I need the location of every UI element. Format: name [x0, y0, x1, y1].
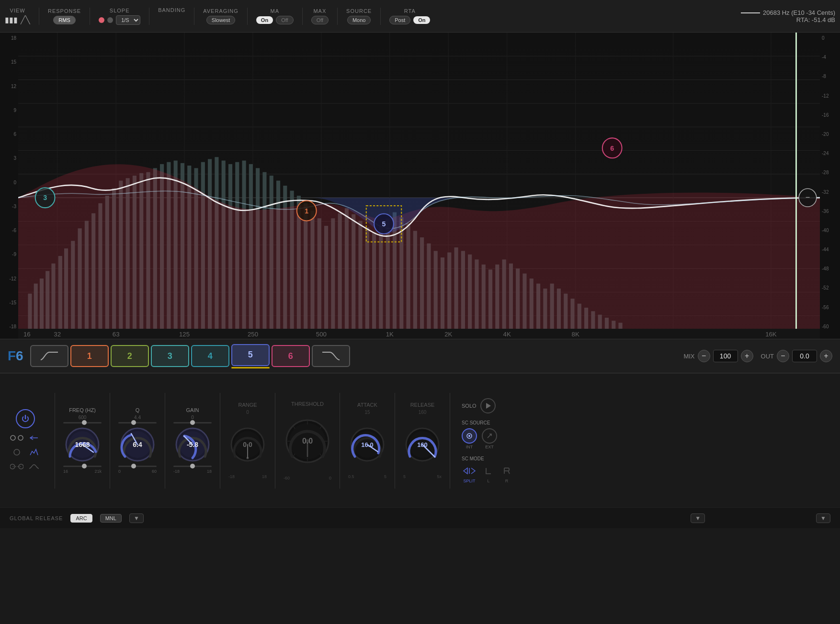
band5-button[interactable]: 5: [231, 344, 270, 366]
hf-shelf-button[interactable]: [312, 345, 350, 367]
out-minus-button[interactable]: −: [777, 350, 789, 362]
band2-button[interactable]: 2: [111, 345, 149, 367]
rta-section-label: RTA: [404, 8, 416, 14]
sc-ext-label: EXT: [485, 445, 494, 449]
link-icon[interactable]: [27, 432, 41, 444]
q-slider-thumb-2[interactable]: [131, 464, 136, 468]
sc-int-button[interactable]: INT: [462, 428, 477, 449]
rta-db: RTA: -51.4 dB: [738, 16, 835, 23]
freq-label: FREQ (Hz): [69, 407, 96, 413]
band1-button[interactable]: 1: [70, 345, 109, 367]
q-slider-track-2[interactable]: [118, 466, 157, 467]
view-label: VIEW: [10, 8, 25, 13]
global-release-dropdown-1[interactable]: ▼: [129, 513, 144, 523]
freq-slider-thumb-2[interactable]: [82, 464, 87, 468]
attack-knob-wrapper[interactable]: 16.0: [348, 425, 386, 464]
mnl-button[interactable]: MNL: [100, 514, 122, 523]
gain-knob-wrapper[interactable]: -5.8: [173, 425, 212, 464]
bar-chart-icon[interactable]: ▮▮▮: [5, 15, 18, 24]
sc-l-button[interactable]: L: [482, 464, 495, 483]
svg-point-138: [14, 449, 20, 455]
power-button[interactable]: [16, 409, 35, 428]
global-release-dropdown-2[interactable]: ▼: [691, 513, 705, 523]
sc-ext-button[interactable]: EXT: [482, 428, 497, 449]
lf-shelf-button[interactable]: [30, 345, 68, 367]
out-value: 0.0: [792, 350, 817, 362]
banding-label: BANDING: [158, 7, 185, 13]
band6-button[interactable]: 6: [272, 345, 310, 367]
solo-button[interactable]: [480, 398, 496, 413]
ma-controls: On Off: [256, 16, 294, 24]
svg-text:3: 3: [43, 194, 47, 201]
q-slider-thumb[interactable]: [131, 420, 136, 425]
release-label: RELEASE: [410, 402, 435, 408]
range-knob-wrapper[interactable]: 0.0: [228, 425, 267, 464]
stereo-icon[interactable]: [10, 432, 24, 444]
release-knob-wrapper[interactable]: 160: [403, 425, 442, 464]
freq-knob-wrapper[interactable]: 1668: [63, 425, 102, 464]
threshold-label: THRESHOLD: [291, 401, 324, 407]
attack-min: 0.5: [348, 474, 354, 479]
sc-r-button[interactable]: R: [500, 464, 513, 483]
mid-icon[interactable]: [10, 446, 24, 458]
gain-slider-track-2[interactable]: [173, 466, 212, 467]
q-max2: 60: [152, 469, 157, 474]
averaging-button[interactable]: Slowest: [206, 16, 236, 24]
view-icons: ▮▮▮ ╱╲: [5, 15, 30, 24]
range-label: RANGE: [238, 402, 257, 408]
divider-3: [149, 8, 149, 25]
source-button[interactable]: Mono: [347, 16, 371, 24]
freq-slider-thumb[interactable]: [82, 420, 87, 425]
q-top-slider[interactable]: [118, 422, 157, 423]
band3-button[interactable]: 3: [151, 345, 189, 367]
q-knob-wrapper[interactable]: 6.4: [118, 425, 157, 464]
freq-bottom-slider[interactable]: [63, 466, 102, 467]
mix-out-section: MIX − 100 + OUT − 0.0 +: [683, 350, 832, 362]
band4-button[interactable]: 4: [191, 345, 229, 367]
arc-button[interactable]: ARC: [70, 514, 92, 523]
gain-max2: 18: [207, 469, 212, 474]
q-slider-track[interactable]: [118, 422, 157, 423]
solo-row: SOLO: [462, 398, 513, 413]
band3-label: 3: [168, 351, 172, 361]
gain-slider-track[interactable]: [173, 422, 212, 423]
freq-slider-track[interactable]: [63, 422, 102, 423]
gain-slider-thumb[interactable]: [190, 420, 195, 425]
q-bottom-slider[interactable]: [118, 466, 157, 467]
gain-bottom-slider[interactable]: [173, 466, 212, 467]
param-divider-8: [450, 393, 450, 489]
slope-select[interactable]: 1/S: [116, 15, 140, 25]
threshold-section: THRESHOLD: [281, 401, 334, 480]
svg-text:500: 500: [316, 331, 327, 338]
global-release-dropdown-3[interactable]: ▼: [816, 513, 830, 523]
attack-section: ATTACK 15 16.0 0.5 5: [346, 402, 389, 479]
rms-button[interactable]: RMS: [53, 16, 75, 24]
freq-slider-track-2[interactable]: [63, 466, 102, 467]
curve-icon[interactable]: [27, 461, 41, 472]
eq-canvas-area[interactable]: 16 32 63 125 250 500 1K 2K 4K 8K 16K 3 1…: [18, 33, 820, 339]
freq-top-slider[interactable]: [63, 422, 102, 423]
out-plus-button[interactable]: +: [820, 350, 832, 362]
svg-point-137: [18, 435, 23, 440]
side-icon[interactable]: [10, 461, 24, 472]
line-chart-icon[interactable]: ╱╲: [21, 15, 30, 24]
release-max: 160: [419, 410, 427, 415]
freq-range-row: 16 21k: [63, 469, 102, 474]
ma-off-button[interactable]: Off: [276, 16, 293, 24]
gain-top-slider[interactable]: [173, 422, 212, 423]
mode-icons: [10, 432, 41, 472]
rta-on-button[interactable]: On: [413, 16, 430, 24]
release-value: 160: [417, 441, 428, 448]
mix-minus-button[interactable]: −: [698, 350, 710, 362]
threshold-knob-wrapper[interactable]: 0.0: [284, 417, 331, 465]
post-button[interactable]: Post: [389, 16, 410, 24]
max-off-button[interactable]: Off: [311, 16, 329, 24]
mix-plus-button[interactable]: +: [741, 350, 753, 362]
averaging-label: AVERAGING: [203, 8, 238, 14]
q-max: 4.4: [134, 415, 141, 420]
gain-slider-thumb-2[interactable]: [190, 464, 195, 468]
ma-on-button[interactable]: On: [256, 16, 273, 24]
eq-y-labels-right: 0 -4 -8 -12 -16 -20 -24 -28 -32 -36 -40 …: [820, 33, 840, 339]
sc-split-button[interactable]: SPLIT: [462, 464, 477, 483]
spectrum-icon[interactable]: [27, 446, 41, 458]
